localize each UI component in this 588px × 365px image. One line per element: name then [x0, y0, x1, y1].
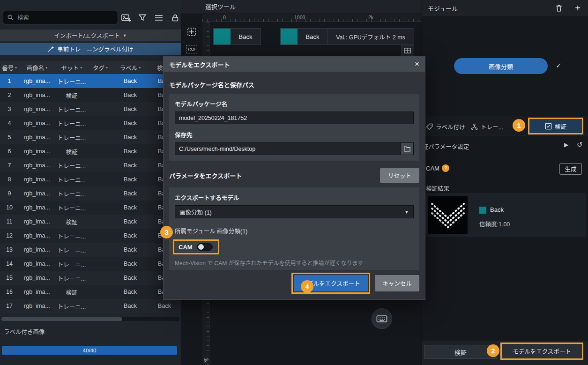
keyboard-shortcuts-button[interactable] — [372, 308, 392, 329]
tag-icon — [426, 123, 433, 130]
save-path-input[interactable] — [175, 142, 401, 155]
search-input[interactable] — [17, 15, 114, 21]
cell-set: 検証 — [55, 91, 88, 100]
class-chip-label: Back — [231, 29, 261, 45]
list-toolbar — [121, 13, 180, 23]
module-image-classification-button[interactable]: 画像分類 — [454, 58, 548, 74]
horizontal-scrollbar[interactable] — [1, 317, 179, 321]
cell-number: 7 — [0, 162, 19, 169]
cell-number: 2 — [0, 92, 19, 98]
cell-image-name: rgb_ima... — [19, 218, 55, 225]
scrollbar-thumb[interactable] — [1, 317, 122, 321]
table-row[interactable]: 13 rgb_ima... トレーニ... Back Back — [0, 243, 181, 257]
cell-label: Back — [112, 204, 148, 211]
table-row[interactable]: 4 rgb_ima... トレーニ... Back Back — [0, 116, 181, 130]
cell-image-name: rgb_ima... — [19, 92, 55, 98]
help-icon[interactable]: ? — [442, 164, 449, 172]
dialog-title: モデルをエクスポート — [169, 60, 230, 69]
class-chip[interactable]: Back — [213, 28, 261, 45]
cell-number: 12 — [0, 232, 19, 239]
table-row[interactable]: 9 rgb_ima... トレーニ... Back Back — [0, 186, 181, 201]
class-chip[interactable]: Back — [280, 28, 328, 45]
cell-set: トレーニ... — [55, 133, 88, 142]
table-row[interactable]: 8 rgb_ima... トレーニ... Back Back — [0, 172, 181, 186]
image-list-panel: インポート/エクスポート ▼ 事前トレーニングラベル付け 番号 ▾ 画像名 ▾ — [0, 0, 181, 365]
table-row[interactable]: 14 rgb_ima... トレーニ... Back Back — [0, 257, 181, 271]
table-row[interactable]: 10 rgb_ima... トレーニ... Back Back — [0, 201, 181, 215]
generate-button[interactable]: 生成 — [559, 163, 582, 175]
reset-icon[interactable]: ↺ — [577, 141, 583, 149]
package-name-input[interactable] — [175, 112, 414, 124]
table-row[interactable]: 12 rgb_ima... トレーニ... Back Back — [0, 229, 181, 243]
table-row[interactable]: 5 rgb_ima... トレーニ... Back Back — [0, 130, 181, 144]
filter-icon[interactable] — [137, 13, 148, 23]
table-row[interactable]: 17 rgb_ima... トレーニ... Back Back — [0, 299, 181, 313]
cam-note-text: Mech-Vision で CAM が保存されたモデルを使用すると推論が遅くなり… — [175, 259, 414, 267]
grid-view-icon[interactable] — [401, 45, 414, 56]
cell-image-name: rgb_ima... — [19, 190, 55, 197]
pretrain-labeling-button[interactable]: 事前トレーニングラベル付け — [0, 43, 181, 55]
export-model-button[interactable]: モデルをエクスポート — [500, 343, 583, 360]
package-name-label: モデルパッケージ名 — [175, 99, 414, 108]
cell-number: 14 — [0, 261, 19, 267]
cell-label: Back — [112, 261, 148, 267]
cell-label: Back — [112, 78, 148, 84]
column-header[interactable]: タグ ▾ — [88, 61, 112, 74]
cell-number: 8 — [0, 176, 19, 183]
list-view-icon[interactable] — [154, 13, 164, 23]
table-row[interactable]: 15 rgb_ima... トレーニ... Back Back — [0, 271, 181, 285]
table-row[interactable]: 6 rgb_ima... 検証 Back Back — [0, 144, 181, 158]
table-row[interactable]: 16 rgb_ima... 検証 Back Back — [0, 285, 181, 299]
cancel-button[interactable]: キャンセル — [375, 275, 419, 291]
step-2-badge: 2 — [487, 344, 499, 357]
sort-filter-icon[interactable]: ▾ — [139, 66, 141, 70]
cell-image-name: rgb_ima... — [19, 204, 55, 211]
table-row[interactable]: 2 rgb_ima... 検証 Back Back — [0, 88, 181, 102]
model-select[interactable]: 画像分類 (1) ▼ — [175, 205, 414, 218]
image-export-icon[interactable] — [121, 13, 131, 23]
close-icon[interactable]: × — [415, 60, 419, 69]
table-row[interactable]: 7 rgb_ima... トレーニ... Back Back — [0, 158, 181, 172]
column-header[interactable]: 画像名 ▾ — [19, 61, 55, 74]
tab-labeling[interactable]: ラベル付け — [426, 122, 465, 131]
tool-title-bar: 選択ツール — [181, 0, 422, 14]
cam-toggle-label: CAM — [179, 244, 193, 251]
validation-result-item[interactable]: Back 信頼度:1.00 — [424, 193, 586, 237]
table-row[interactable]: 3 rgb_ima... トレーニ... Back Back — [0, 102, 181, 116]
browse-folder-button[interactable] — [401, 142, 414, 155]
cam-toggle[interactable] — [197, 243, 213, 251]
cell-number: 13 — [0, 246, 19, 253]
reset-button[interactable]: リセット — [380, 168, 419, 183]
import-export-button[interactable]: インポート/エクスポート ▼ — [0, 30, 181, 41]
column-header[interactable]: ラベル ▾ — [112, 61, 148, 74]
table-row[interactable]: 1 rgb_ima... トレーニ... Back Back — [0, 74, 181, 88]
transform-tool-icon[interactable] — [185, 25, 199, 39]
cell-label: Back — [112, 120, 148, 127]
sort-filter-icon[interactable]: ▾ — [80, 66, 82, 70]
sort-filter-icon[interactable]: ▾ — [45, 66, 47, 70]
validate-button[interactable]: 検証 — [424, 345, 497, 359]
cell-label: Back — [112, 148, 148, 155]
cam-row: CAM ? 生成 — [422, 162, 588, 176]
sort-filter-icon[interactable]: ▾ — [15, 66, 17, 70]
lock-icon[interactable] — [170, 13, 180, 23]
cell-image-name: rgb_ima... — [19, 134, 55, 141]
export-model-dialog: モデルをエクスポート × モデルパッケージ名と保存パス モデルパッケージ名 保存… — [163, 56, 425, 300]
roi-tool-icon[interactable]: ROI — [185, 42, 199, 56]
result-thumbnail[interactable] — [428, 196, 468, 234]
step-1-badge: 1 — [513, 119, 525, 132]
tab-training[interactable]: トレー... — [471, 122, 503, 131]
wand-icon — [47, 45, 54, 52]
column-header[interactable]: セット ▾ — [55, 61, 88, 74]
cell-number: 16 — [0, 289, 19, 295]
cell-number: 11 — [0, 218, 19, 225]
table-row[interactable]: 11 rgb_ima... 検証 Back Back — [0, 215, 181, 229]
add-module-icon[interactable]: + — [573, 3, 583, 13]
tab-validation[interactable]: 検証 — [528, 118, 583, 134]
validation-results-title: 検証結果 — [426, 184, 449, 193]
sort-filter-icon[interactable]: ▾ — [106, 66, 108, 70]
column-header[interactable]: 番号 ▾ — [0, 61, 19, 74]
play-icon[interactable]: ▶ — [564, 142, 568, 148]
cell-result: Back — [148, 303, 181, 309]
trash-icon[interactable] — [554, 3, 564, 13]
